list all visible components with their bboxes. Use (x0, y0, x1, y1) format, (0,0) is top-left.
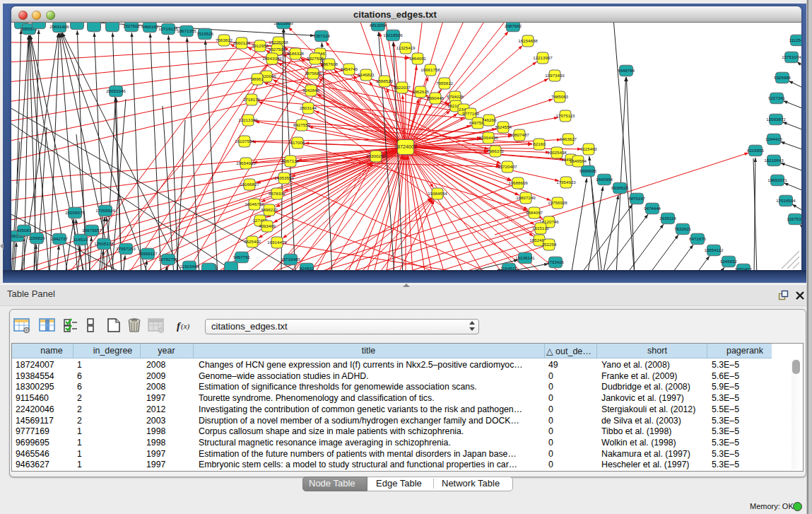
svg-text:20206575: 20206575 (65, 210, 85, 215)
svg-text:10973493: 10973493 (545, 73, 565, 78)
svg-text:10046766: 10046766 (245, 201, 264, 206)
svg-text:8813054: 8813054 (370, 23, 387, 28)
svg-text:6879197: 6879197 (628, 196, 646, 201)
svg-text:15751074: 15751074 (782, 54, 801, 59)
svg-text:10719135: 10719135 (158, 26, 178, 31)
svg-text:16136141: 16136141 (515, 255, 535, 260)
svg-text:2087682: 2087682 (505, 23, 522, 28)
svg-text:1864091: 1864091 (409, 56, 427, 61)
svg-text:9327508: 9327508 (307, 56, 324, 61)
svg-text:20364436: 20364436 (478, 135, 498, 140)
svg-text:19654923: 19654923 (236, 160, 256, 165)
svg-text:9699695: 9699695 (579, 168, 597, 173)
svg-text:1615132: 1615132 (532, 226, 550, 230)
svg-text:98961: 98961 (251, 76, 264, 81)
svg-text:3912954: 3912954 (252, 43, 269, 48)
svg-text:2803144: 2803144 (300, 105, 317, 110)
svg-text:12213389: 12213389 (238, 117, 258, 122)
svg-text:3875685: 3875685 (305, 71, 322, 76)
svg-text:1244415: 1244415 (765, 136, 783, 141)
svg-text:16961758: 16961758 (420, 67, 440, 72)
svg-text:746266: 746266 (482, 117, 497, 122)
svg-text:1733426: 1733426 (547, 259, 565, 264)
svg-text:1527602: 1527602 (123, 23, 141, 28)
svg-text:924502: 924502 (300, 266, 314, 270)
svg-text:6794028: 6794028 (447, 94, 464, 99)
svg-text:8938523: 8938523 (611, 185, 629, 190)
svg-text:7357224: 7357224 (313, 33, 331, 38)
svg-text:6648784: 6648784 (618, 68, 635, 73)
svg-text:7986372: 7986372 (487, 148, 505, 153)
svg-text:15716485: 15716485 (281, 257, 300, 262)
svg-text:17957253: 17957253 (116, 246, 136, 251)
svg-text:14353594: 14353594 (274, 175, 294, 180)
svg-text:7955812: 7955812 (436, 81, 454, 86)
svg-text:10975857: 10975857 (82, 228, 102, 233)
svg-text:9242848: 9242848 (302, 88, 320, 93)
svg-text:8454749: 8454749 (341, 66, 358, 71)
svg-text:16107554: 16107554 (235, 139, 254, 144)
svg-text:8215955: 8215955 (747, 148, 765, 153)
svg-text:1362615: 1362615 (412, 89, 430, 94)
svg-text:1640954: 1640954 (596, 177, 613, 182)
svg-text:8186328: 8186328 (287, 51, 305, 56)
svg-text:18724007: 18724007 (394, 144, 417, 150)
svg-text:12505135: 12505135 (94, 241, 114, 246)
svg-text:9474444: 9474444 (644, 206, 661, 211)
svg-text:12213967: 12213967 (533, 55, 553, 60)
svg-text:15720407: 15720407 (498, 164, 517, 169)
svg-text:1649564: 1649564 (570, 158, 587, 163)
svg-text:1156829: 1156829 (28, 235, 45, 240)
svg-text:4093469: 4093469 (259, 223, 276, 228)
svg-text:3498222: 3498222 (261, 207, 278, 212)
svg-text:2942737: 2942737 (51, 236, 69, 241)
svg-text:1167533: 1167533 (787, 216, 801, 221)
svg-text:16782759: 16782759 (158, 257, 178, 262)
svg-text:1154519: 1154519 (500, 266, 517, 270)
svg-text:19756928: 19756928 (548, 200, 567, 205)
svg-text:9329966: 9329966 (774, 75, 792, 80)
svg-text:7625402: 7625402 (244, 239, 261, 244)
svg-text:20691406: 20691406 (49, 24, 69, 29)
svg-text:17954923: 17954923 (556, 180, 576, 185)
svg-text:7632621: 7632621 (674, 226, 692, 231)
svg-text:9115460: 9115460 (580, 146, 597, 151)
svg-text:10654112: 10654112 (704, 247, 724, 252)
svg-text:8322037: 8322037 (394, 85, 411, 90)
svg-text:(x): (x) (181, 322, 190, 331)
svg-text:10688609: 10688609 (508, 180, 528, 185)
svg-text:18807249: 18807249 (516, 195, 536, 200)
svg-text:8427552: 8427552 (293, 122, 311, 127)
svg-text:11923468: 11923468 (180, 264, 199, 269)
svg-text:1112544: 1112544 (789, 37, 801, 42)
svg-text:252254: 252254 (542, 242, 557, 247)
svg-text:9227341: 9227341 (768, 95, 786, 100)
svg-text:8660124: 8660124 (233, 40, 251, 45)
svg-text:19692971: 19692971 (767, 177, 787, 182)
svg-text:7663822: 7663822 (216, 37, 233, 42)
svg-text:9327506: 9327506 (269, 47, 286, 52)
svg-text:19384554: 19384554 (428, 191, 447, 196)
svg-text:2867608: 2867608 (321, 62, 339, 66)
svg-text:10025438: 10025438 (547, 150, 567, 155)
svg-text:8471676: 8471676 (689, 236, 707, 241)
svg-text:9650452: 9650452 (735, 267, 753, 270)
svg-text:17359924: 17359924 (95, 208, 115, 213)
svg-text:1588520: 1588520 (376, 78, 394, 83)
svg-text:62160: 62160 (533, 141, 546, 146)
svg-text:3624554: 3624554 (495, 124, 512, 129)
svg-text:7515526: 7515526 (196, 31, 214, 36)
svg-text:9245652: 9245652 (720, 259, 738, 264)
svg-text:7485063: 7485063 (551, 94, 569, 99)
svg-text:435081: 435081 (17, 228, 32, 233)
svg-text:20053346: 20053346 (106, 88, 126, 93)
svg-text:617006: 617006 (290, 140, 305, 145)
svg-text:17975115: 17975115 (555, 113, 575, 118)
svg-text:9463627: 9463627 (560, 136, 577, 141)
svg-text:8678332: 8678332 (269, 191, 286, 196)
svg-text:8990448: 8990448 (427, 95, 445, 100)
svg-text:19166827: 19166827 (240, 182, 259, 187)
svg-text:9457791: 9457791 (233, 255, 251, 259)
svg-text:6466160: 6466160 (141, 24, 159, 29)
svg-text:8267130: 8267130 (282, 158, 300, 163)
